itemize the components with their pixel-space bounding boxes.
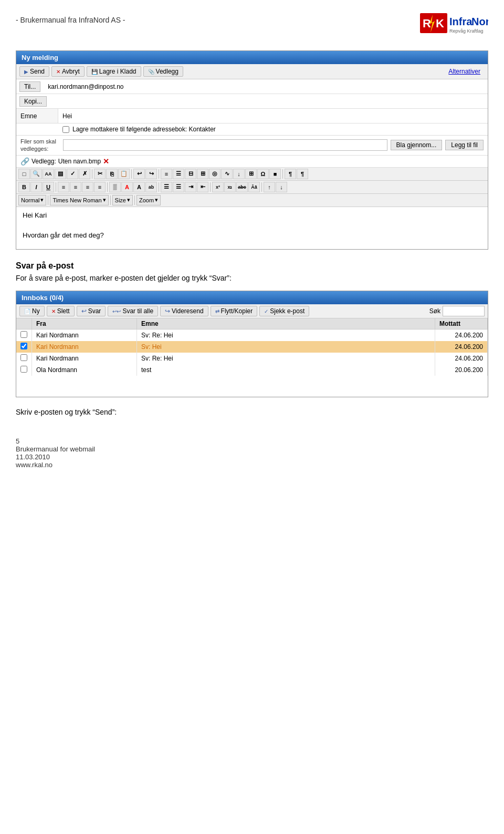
inbox-title: Innboks <box>22 294 48 302</box>
ed-check-btn[interactable]: ✓ <box>67 169 78 179</box>
ed-align-r-btn[interactable]: ⊟ <box>185 169 196 179</box>
attach-label: Vedlegg <box>156 68 178 75</box>
ed-open-btn[interactable]: 🔍 <box>30 169 42 179</box>
forward-button[interactable]: Videresend <box>160 306 208 316</box>
save-draft-button[interactable]: Lagre i Kladd <box>87 66 141 77</box>
table-row[interactable]: Kari NordmannSv: Re: Hei24.06.200 <box>16 353 488 364</box>
table-row[interactable]: Ola Nordmanntest20.06.200 <box>16 364 488 376</box>
attach-button[interactable]: Vedlegg <box>143 66 183 77</box>
check-email-button[interactable]: Sjekk e-post <box>259 306 309 316</box>
ed-undo-btn[interactable]: ↩ <box>133 169 145 179</box>
ed-right-btn[interactable]: ≡ <box>82 182 93 192</box>
zoom-dropdown[interactable]: Zoom ▾ <box>136 195 161 205</box>
cc-button[interactable]: Kopi... <box>19 96 47 107</box>
ed-highlight-btn[interactable]: ▒ <box>109 182 121 192</box>
reply-label: Svar <box>88 307 101 315</box>
compose-form: Til... kari.nordmann@dinpost.no Kopi... … <box>16 79 488 168</box>
row-checkbox-cell[interactable] <box>16 329 32 341</box>
ed-redo-btn[interactable]: ↪ <box>145 169 157 179</box>
ed-align-c-btn[interactable]: ☰ <box>173 169 184 179</box>
ed-x-btn[interactable]: ✗ <box>79 169 90 179</box>
ed-grid-btn[interactable]: ⊞ <box>197 169 208 179</box>
ed-wave-btn[interactable]: ∿ <box>221 169 233 179</box>
row-checkbox[interactable] <box>20 354 27 361</box>
ed-down-btn[interactable]: ↓ <box>233 169 245 179</box>
ed-italic-btn[interactable]: I <box>30 182 42 192</box>
ed-cut-btn[interactable]: ✂ <box>94 169 106 179</box>
new-message-button[interactable]: Ny <box>19 306 45 316</box>
size-chevron: ▾ <box>127 197 130 203</box>
ed-minus-btn[interactable]: ↓ <box>276 182 287 192</box>
check-label: Sjekk e-post <box>270 307 304 315</box>
move-copy-button[interactable]: Flytt/Kopier <box>211 306 258 316</box>
vedlegg-delete-icon[interactable]: ✕ <box>103 157 109 166</box>
reply-all-button[interactable]: Svar til alle <box>108 306 158 316</box>
ed-font2-btn[interactable]: A <box>133 182 145 192</box>
ed-list-ul-btn[interactable]: ☰ <box>161 182 172 192</box>
cc-input[interactable] <box>50 96 488 107</box>
ed-super-btn[interactable]: x² <box>212 182 224 192</box>
send-button[interactable]: Send <box>19 66 49 77</box>
row-checkbox[interactable] <box>20 331 27 338</box>
add-file-button[interactable]: Legg til fil <box>445 140 484 150</box>
ed-strike-btn[interactable]: abc <box>236 182 248 192</box>
ed-plus-btn[interactable]: ↑ <box>264 182 275 192</box>
save-contacts-checkbox[interactable] <box>62 126 69 133</box>
ed-block-btn[interactable]: ■ <box>269 169 281 179</box>
ed-center-btn[interactable]: ≡ <box>70 182 81 192</box>
search-input[interactable] <box>443 306 485 316</box>
row-checkbox[interactable] <box>20 343 27 349</box>
ed-new-btn[interactable]: □ <box>18 169 30 179</box>
reply-heading: Svar på e-post <box>16 261 488 271</box>
ed-fontcolor-btn[interactable]: A <box>121 182 133 192</box>
col-header-mottatt: Mottatt <box>435 318 488 330</box>
row-checkbox-cell[interactable] <box>16 364 32 376</box>
delete-button[interactable]: Slett <box>47 306 75 316</box>
ed-outdent-btn[interactable]: ⇤ <box>197 182 208 192</box>
browse-button[interactable]: Bla gjennom... <box>391 140 443 150</box>
reply-button[interactable]: Svar <box>77 306 106 316</box>
ed-underline-btn[interactable]: U <box>43 182 54 192</box>
reply-icon <box>81 307 87 315</box>
ed-sep9 <box>261 182 262 192</box>
ed-aa2-btn[interactable]: Āā <box>248 182 260 192</box>
ed-paste-btn[interactable]: 📋 <box>118 169 130 179</box>
size-dropdown[interactable]: Size ▾ <box>112 195 133 205</box>
row-checkbox-cell[interactable] <box>16 341 32 353</box>
cancel-button[interactable]: Avbryt <box>51 66 85 77</box>
ed-copy-btn[interactable]: ⎘ <box>106 169 118 179</box>
footer-line3: www.rkal.no <box>16 461 488 469</box>
row-checkbox[interactable] <box>20 366 27 373</box>
ed-sep1 <box>92 169 92 179</box>
ed-sub-btn[interactable]: x₂ <box>224 182 236 192</box>
ed-indent-btn[interactable]: ⇥ <box>185 182 196 192</box>
alternatives-link[interactable]: Alternativer <box>444 67 485 76</box>
table-row[interactable]: Kari NordmannSv: Re: Hei24.06.200 <box>16 329 488 341</box>
row-checkbox-cell[interactable] <box>16 353 32 364</box>
vedlegg-filename: Uten navn.bmp <box>58 158 101 165</box>
send-icon <box>24 68 28 75</box>
ed-link-btn[interactable]: ◎ <box>209 169 220 179</box>
section-reply: Svar på e-post For å svare på e-post, ma… <box>16 261 488 282</box>
table-row[interactable]: Kari NordmannSv: Hei24.06.200 <box>16 341 488 353</box>
ed-ab-btn[interactable]: ab <box>145 182 157 192</box>
body-line-3: Hvordan går det med deg? <box>23 231 481 239</box>
ed-bold-btn[interactable]: B <box>18 182 30 192</box>
ed-justify-btn[interactable]: ≡ <box>94 182 106 192</box>
font-chevron: ▾ <box>103 197 106 203</box>
ed-table-btn[interactable]: ⊞ <box>245 169 257 179</box>
ed-align-l-btn[interactable]: ≡ <box>161 169 172 179</box>
ed-para-btn[interactable]: ¶ <box>285 169 296 179</box>
ed-left-btn[interactable]: ≡ <box>58 182 69 192</box>
to-button[interactable]: Til... <box>19 81 40 92</box>
editor-body[interactable]: Hei Kari Hvordan går det med deg? <box>16 207 488 249</box>
ed-omega-btn[interactable]: Ω <box>257 169 269 179</box>
ed-aa-btn[interactable]: AA <box>43 169 54 179</box>
ed-print-btn[interactable]: ▤ <box>55 169 66 179</box>
attach-file-input[interactable] <box>63 139 387 151</box>
ed-list-ol-btn[interactable]: ☰ <box>173 182 184 192</box>
style-dropdown[interactable]: Normal ▾ <box>18 195 46 205</box>
font-dropdown[interactable]: Times New Roman ▾ <box>50 195 108 205</box>
compose-title: Ny melding <box>22 54 58 61</box>
ed-para2-btn[interactable]: ¶ <box>297 169 308 179</box>
